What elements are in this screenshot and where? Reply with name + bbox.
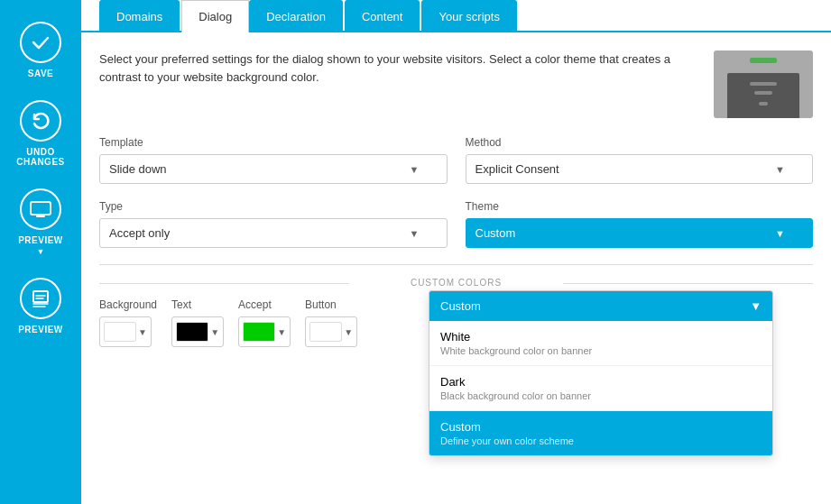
type-select[interactable]: Accept only ▼ (99, 218, 448, 248)
preview-bar (750, 58, 777, 63)
dialog-preview-thumbnail (714, 50, 813, 118)
preview-line-1 (750, 82, 777, 86)
theme-option-custom[interactable]: Custom Define your own color scheme (429, 411, 772, 455)
button-color-group: Button ▼ (305, 298, 357, 347)
preview2-label: PREVIEW (18, 325, 63, 334)
sidebar-item-save[interactable]: SAVE (0, 9, 81, 87)
method-value: Explicit Consent (476, 162, 559, 176)
svg-rect-3 (33, 291, 48, 302)
button-arrow: ▼ (344, 327, 353, 337)
main-panel: Domains Dialog Declaration Content Your … (81, 0, 831, 504)
sidebar-item-undo[interactable]: UNDO CHANGES (0, 87, 81, 176)
template-label: Template (99, 136, 448, 149)
theme-white-subtitle: White background color on banner (440, 345, 762, 356)
theme-dropdown-arrow: ▼ (750, 299, 762, 313)
type-group: Type Accept only ▼ (99, 200, 448, 248)
text-color-group: Text ▼ (171, 298, 224, 347)
theme-dropdown-current: Custom (440, 299, 481, 313)
accept-color-label: Accept (238, 298, 291, 311)
tab-your-scripts[interactable]: Your scripts (421, 0, 516, 32)
template-value: Slide down (109, 162, 167, 176)
theme-arrow: ▼ (775, 228, 785, 239)
method-arrow: ▼ (775, 164, 785, 175)
sidebar-item-preview1[interactable]: PREVIEW ▼ (0, 176, 81, 265)
text-arrow: ▼ (210, 327, 219, 337)
accept-color-group: Accept ▼ (238, 298, 291, 347)
theme-dark-title: Dark (440, 375, 762, 389)
type-theme-row: Type Accept only ▼ Theme Custom ▼ (99, 200, 813, 248)
theme-white-title: White (440, 330, 762, 344)
undo-icon (20, 100, 61, 142)
theme-group: Theme Custom ▼ (466, 200, 814, 248)
preview-line-3 (759, 102, 768, 105)
tab-dialog[interactable]: Dialog (181, 0, 249, 32)
preview1-icon (20, 188, 61, 230)
tab-bar: Domains Dialog Declaration Content Your … (81, 0, 831, 32)
accept-swatch (243, 322, 275, 342)
tab-declaration[interactable]: Declaration (249, 0, 343, 32)
preview-panel (727, 73, 799, 118)
save-icon (20, 22, 61, 63)
template-arrow: ▼ (410, 164, 420, 175)
theme-value: Custom (476, 226, 516, 240)
theme-dark-subtitle: Black background color on banner (440, 390, 762, 401)
tab-content[interactable]: Content (345, 0, 420, 32)
save-label: SAVE (28, 69, 54, 78)
undo-label: UNDO CHANGES (16, 147, 65, 167)
background-color-picker[interactable]: ▼ (99, 316, 152, 347)
theme-select[interactable]: Custom ▼ (466, 218, 814, 248)
svg-rect-0 (31, 202, 51, 215)
background-color-label: Background (99, 298, 157, 311)
template-select[interactable]: Slide down ▼ (99, 154, 448, 184)
type-label: Type (99, 200, 448, 213)
type-value: Accept only (109, 226, 170, 240)
description-row: Select your preferred settings for the d… (99, 50, 813, 118)
text-color-label: Text (171, 298, 224, 311)
method-label: Method (466, 136, 814, 149)
theme-option-dark[interactable]: Dark Black background color on banner (429, 366, 772, 411)
theme-label: Theme (466, 200, 814, 213)
tab-domains[interactable]: Domains (99, 0, 180, 32)
preview1-label: PREVIEW (18, 235, 63, 245)
type-arrow: ▼ (410, 228, 420, 239)
button-color-label: Button (305, 298, 357, 311)
theme-custom-subtitle: Define your own color scheme (440, 435, 762, 446)
content-area: Select your preferred settings for the d… (81, 32, 831, 504)
button-swatch (309, 322, 342, 342)
method-select[interactable]: Explicit Consent ▼ (466, 154, 814, 184)
theme-custom-title: Custom (440, 420, 762, 434)
method-group: Method Explicit Consent ▼ (466, 136, 814, 184)
text-color-picker[interactable]: ▼ (171, 316, 224, 347)
background-arrow: ▼ (138, 327, 147, 337)
custom-colors-label: CUSTOM COLORS (99, 278, 813, 288)
description-text: Select your preferred settings for the d… (99, 50, 696, 86)
accept-arrow: ▼ (277, 327, 286, 337)
theme-option-white[interactable]: White White background color on banner (429, 321, 772, 366)
theme-dropdown: Custom ▼ White White background color on… (429, 290, 773, 456)
sidebar: SAVE UNDO CHANGES PREVIEW ▼ (0, 0, 81, 504)
template-method-row: Template Slide down ▼ Method Explicit Co… (99, 136, 813, 184)
preview2-icon (20, 278, 61, 319)
sidebar-item-preview2[interactable]: PREVIEW (0, 265, 81, 344)
accept-color-picker[interactable]: ▼ (238, 316, 291, 347)
template-group: Template Slide down ▼ (99, 136, 448, 184)
background-swatch (104, 322, 136, 342)
preview1-sublabel: ▼ (37, 247, 45, 256)
theme-dropdown-header: Custom ▼ (429, 291, 772, 321)
background-color-group: Background ▼ (99, 298, 157, 347)
button-color-picker[interactable]: ▼ (305, 316, 357, 347)
text-swatch (176, 322, 208, 342)
preview-line-2 (754, 91, 772, 95)
